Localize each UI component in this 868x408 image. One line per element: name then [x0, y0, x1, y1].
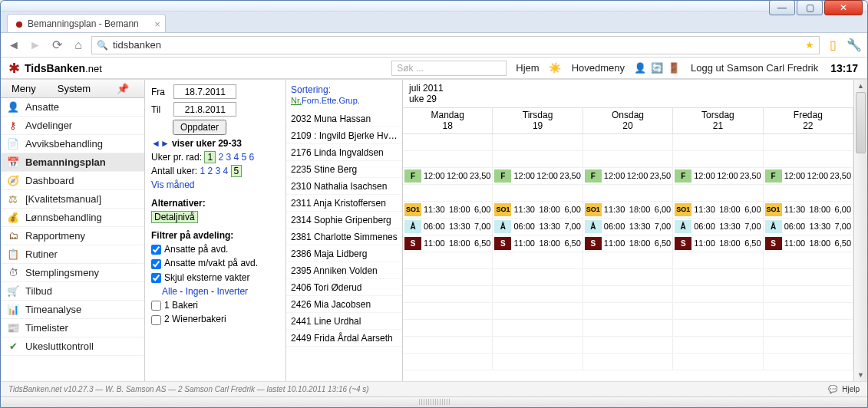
sidebar-item-tilbud[interactable]: 🛒Tilbud: [1, 282, 144, 301]
grid-cell[interactable]: [673, 286, 763, 302]
minimize-button[interactable]: —: [769, 0, 795, 15]
menu-meny[interactable]: Meny: [1, 83, 47, 94]
wrench-icon[interactable]: 🔧: [846, 37, 863, 54]
detaljniva-button[interactable]: Detaljnivå: [151, 211, 198, 223]
employee-row[interactable]: 2395 Anniken Volden: [286, 262, 402, 279]
pin-icon[interactable]: 📌: [106, 83, 140, 94]
grid-cell[interactable]: [764, 151, 853, 167]
sidebar-item-stemplingsmeny[interactable]: ⏱Stemplingsmeny: [1, 264, 144, 282]
grid-cell[interactable]: [493, 337, 583, 353]
help-link[interactable]: 💬Hjelp: [828, 385, 860, 393]
ingen-link[interactable]: Ingen: [186, 286, 209, 297]
grid-cell[interactable]: [403, 252, 493, 268]
grid-cell[interactable]: S11:0018:006,50: [673, 235, 763, 252]
grid-cell[interactable]: S11:0018:006,50: [493, 235, 583, 252]
employee-row[interactable]: 2406 Tori Øderud: [286, 279, 402, 296]
grid-cell[interactable]: SO111:3018:006,00: [764, 202, 853, 218]
grid-cell[interactable]: [493, 185, 583, 201]
grid-cell[interactable]: S11:0018:006,50: [403, 235, 493, 252]
employee-row[interactable]: 2032 Muna Hassan: [286, 110, 402, 127]
refresh-icon[interactable]: 🔄: [651, 62, 665, 74]
filter-ansatte-vakt[interactable]: [151, 259, 161, 269]
uker-pr-rad-2[interactable]: 2: [218, 152, 223, 163]
grid-cell[interactable]: S11:0018:006,50: [583, 235, 673, 252]
grid-cell[interactable]: [673, 354, 763, 370]
uker-pr-rad-4[interactable]: 4: [233, 152, 239, 163]
reload-icon[interactable]: ⟳: [48, 37, 65, 54]
home-icon[interactable]: ⌂: [70, 37, 87, 54]
uker-pr-rad-1[interactable]: 1: [204, 151, 216, 163]
grid-cell[interactable]: F12:0012:0023,50: [493, 168, 583, 184]
tab-close-icon[interactable]: ×: [154, 18, 160, 30]
grid-cell[interactable]: [493, 134, 583, 150]
sidebar-item-lnnsbehandling[interactable]: 💰Lønnsbehandling: [1, 209, 144, 227]
close-button[interactable]: ✕: [824, 0, 863, 15]
grid-cell[interactable]: [764, 286, 853, 302]
grid-cell[interactable]: [493, 269, 583, 285]
grid-cell[interactable]: [493, 286, 583, 302]
grid-cell[interactable]: [764, 269, 853, 285]
grid-cell[interactable]: Å06:0013:307,00: [583, 219, 673, 235]
grid-cell[interactable]: [673, 269, 763, 285]
grid-cell[interactable]: [673, 303, 763, 319]
grid-cell[interactable]: [403, 286, 493, 302]
oppdater-button[interactable]: Oppdater: [173, 120, 226, 135]
grid-cell[interactable]: [403, 185, 493, 201]
grid-cell[interactable]: [583, 320, 673, 336]
uker-pr-rad-5[interactable]: 5: [242, 152, 247, 163]
url-bar[interactable]: 🔍 tidsbanken ★: [91, 36, 820, 54]
antall-uker-3[interactable]: 3: [215, 166, 220, 176]
scrollbar-thumb[interactable]: [856, 92, 866, 153]
grid-cell[interactable]: Å06:0013:307,00: [764, 219, 853, 235]
grid-cell[interactable]: [403, 303, 493, 319]
sidebar-item-ukesluttkontroll[interactable]: ✔Ukesluttkontroll: [1, 337, 144, 356]
vis-maned-link[interactable]: Vis måned: [151, 179, 194, 190]
grid-cell[interactable]: [583, 151, 673, 167]
til-input[interactable]: [173, 102, 236, 117]
grid-cell[interactable]: [583, 354, 673, 370]
grid-cell[interactable]: [764, 134, 853, 150]
grid-cell[interactable]: [764, 320, 853, 336]
antall-uker-1[interactable]: 1: [200, 166, 205, 176]
bookmark-icon[interactable]: ★: [805, 39, 814, 51]
grid-cell[interactable]: [764, 252, 853, 268]
fra-input[interactable]: [173, 84, 236, 99]
grid-cell[interactable]: [764, 354, 853, 370]
sort-Nr[interactable]: Nr.: [291, 96, 302, 105]
employee-row[interactable]: 2235 Stine Berg: [286, 161, 402, 178]
app-search-input[interactable]: Søk ...: [391, 61, 507, 76]
grid-cell[interactable]: S11:0018:006,50: [764, 235, 853, 252]
grid-cell[interactable]: Å06:0013:307,00: [673, 219, 763, 235]
grid-cell[interactable]: [673, 252, 763, 268]
sort-Ette[interactable]: Ette.: [322, 96, 339, 105]
grid-cell[interactable]: F12:0012:0023,50: [764, 168, 853, 184]
alle-link[interactable]: Alle: [162, 286, 177, 297]
grid-cell[interactable]: [764, 303, 853, 319]
employee-row[interactable]: 2314 Sophie Gripenberg: [286, 212, 402, 229]
maximize-button[interactable]: ▢: [797, 0, 823, 15]
back-icon[interactable]: ◄: [5, 37, 22, 54]
grid-cell[interactable]: F12:0012:0023,50: [403, 168, 493, 184]
employee-row[interactable]: 2310 Nathalia Isachsen: [286, 178, 402, 195]
employee-row[interactable]: 2449 Frida Årdal Aarseth: [286, 330, 402, 347]
grid-cell[interactable]: [583, 269, 673, 285]
antall-uker-4[interactable]: 4: [223, 166, 228, 176]
grid-cell[interactable]: [764, 337, 853, 353]
grid-cell[interactable]: [583, 303, 673, 319]
grid-cell[interactable]: SO111:3018:006,00: [583, 202, 673, 218]
grid-cell[interactable]: [673, 151, 763, 167]
employee-row[interactable]: 2441 Line Urdhal: [286, 313, 402, 330]
grid-cell[interactable]: [583, 337, 673, 353]
sidebar-item-timeanalyse[interactable]: 📊Timeanalyse: [1, 301, 144, 319]
sidebar-item-ansatte[interactable]: 👤Ansatte: [1, 98, 144, 117]
grid-cell[interactable]: [403, 151, 493, 167]
grid-cell[interactable]: [583, 286, 673, 302]
grid-cell[interactable]: [583, 185, 673, 201]
grid-cell[interactable]: [493, 303, 583, 319]
sidebar-item-avviksbehandling[interactable]: 📄Avviksbehandling: [1, 135, 144, 153]
phone-icon[interactable]: ▯: [824, 37, 841, 54]
grid-cell[interactable]: Å06:0013:307,00: [493, 219, 583, 235]
grid-cell[interactable]: [403, 269, 493, 285]
grid-cell[interactable]: [493, 320, 583, 336]
grid-cell[interactable]: [764, 185, 853, 201]
